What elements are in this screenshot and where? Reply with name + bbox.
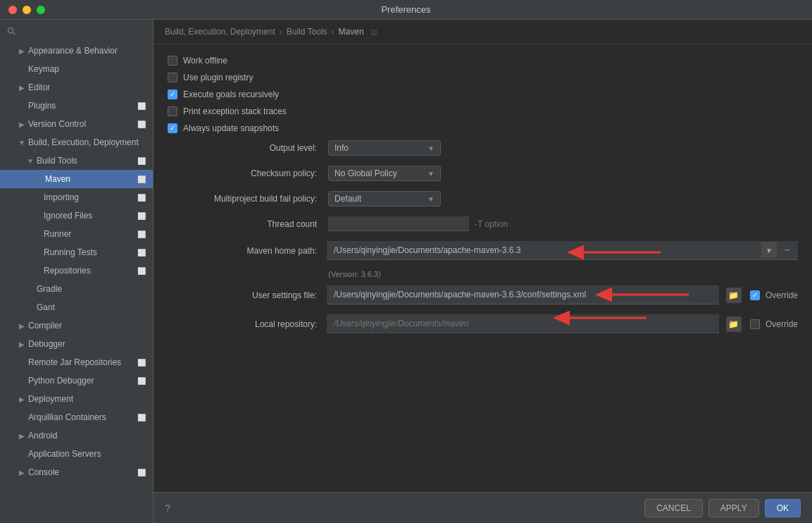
chevron-down-icon: ▼: [427, 170, 435, 178]
user-settings-row: User settings file: 📁 ✓ Override: [168, 285, 798, 304]
sidebar-item-python-debugger[interactable]: Python Debugger ⬜: [0, 371, 153, 390]
local-repo-row: Local repository: 📁 Override: [168, 314, 798, 333]
multiproject-build-row: Multiproject build fail policy: Default …: [168, 191, 798, 207]
thread-count-hint: -T option: [475, 219, 508, 229]
sidebar-item-label: Runner: [44, 228, 71, 240]
arrow-icon: ▶: [18, 322, 25, 329]
sidebar-item-running-tests[interactable]: Running Tests ⬜: [0, 243, 153, 262]
sidebar-item-label: Android: [28, 429, 57, 442]
sidebar-item-build-tools[interactable]: ▼ Build Tools ⬜: [0, 152, 153, 170]
execute-goals-checkbox[interactable]: [168, 90, 177, 99]
breadcrumb-sep1: ›: [280, 27, 282, 37]
local-repo-override-label: Override: [766, 319, 798, 329]
sidebar-item-label: Python Debugger: [28, 374, 94, 387]
sidebar-item-keymap[interactable]: Keymap: [0, 60, 153, 78]
sidebar-item-arquillian-containers[interactable]: Arquillian Containers ⬜: [0, 408, 153, 426]
sidebar-item-label: Keymap: [28, 63, 59, 75]
sidebar-item-console[interactable]: ▶ Console ⬜: [0, 463, 153, 481]
sidebar-item-version-control[interactable]: ▶ Version Control ⬜: [0, 115, 153, 133]
sidebar-item-application-servers[interactable]: Application Servers: [0, 445, 153, 463]
maven-home-minus-btn[interactable]: −: [780, 242, 795, 258]
sidebar-item-build-execution-deployment[interactable]: ▼ Build, Execution, Deployment: [0, 133, 153, 152]
sidebar-item-maven[interactable]: Maven ⬜: [0, 170, 153, 188]
arrow-icon: [18, 450, 25, 457]
sidebar-item-label: Debugger: [28, 338, 65, 350]
checksum-policy-dropdown[interactable]: No Global Policy ▼: [328, 166, 441, 181]
close-button[interactable]: [8, 6, 17, 14]
sidebar-item-label: Importing: [44, 191, 79, 204]
sidebar-item-importing[interactable]: Importing ⬜: [0, 188, 153, 207]
cancel-button[interactable]: CANCEL: [644, 499, 703, 517]
sidebar-item-label: Editor: [28, 81, 50, 94]
sidebar-item-appearance-behavior[interactable]: ▶ Appearance & Behavior: [0, 42, 153, 60]
sidebar-item-debugger[interactable]: ▶ Debugger: [0, 335, 153, 353]
sidebar-item-label: Version Control: [28, 118, 86, 130]
multiproject-build-dropdown[interactable]: Default ▼: [328, 191, 441, 207]
content-wrapper: Build, Execution, Deployment › Build Too…: [154, 20, 812, 523]
checkbox-always-update: Always update snapshots: [168, 123, 798, 133]
sidebar-item-label: Arquillian Containers: [28, 411, 106, 424]
arrow-icon: ▼: [18, 139, 25, 146]
chevron-down-icon: ▼: [427, 144, 435, 152]
output-level-value: Info: [335, 143, 349, 153]
thread-count-input[interactable]: [328, 216, 469, 231]
work-offline-checkbox[interactable]: [168, 56, 177, 66]
work-offline-label: Work offline: [183, 56, 227, 66]
svg-point-0: [8, 28, 13, 33]
maximize-button[interactable]: [37, 6, 45, 14]
sidebar-item-gant[interactable]: Gant: [0, 298, 153, 316]
local-repo-override-checkbox[interactable]: [750, 319, 760, 329]
arrow-icon: [27, 285, 34, 293]
checksum-policy-value: No Global Policy: [335, 168, 397, 178]
window-title: Preferences: [381, 4, 430, 15]
help-button[interactable]: ?: [165, 503, 170, 514]
user-settings-override-checkbox[interactable]: ✓: [750, 290, 760, 300]
apply-button[interactable]: APPLY: [708, 499, 759, 517]
plugin-icon: ⬜: [137, 266, 146, 276]
bottom-bar: ? CANCEL APPLY OK: [154, 492, 812, 523]
search-bar[interactable]: [0, 23, 153, 42]
maven-home-dropdown-btn[interactable]: ▼: [761, 242, 777, 258]
multiproject-build-value: Default: [335, 194, 361, 204]
thread-count-row: Thread count -T option: [168, 216, 798, 231]
plugin-icon: ⬜: [137, 119, 146, 130]
minimize-button[interactable]: [23, 6, 31, 14]
sidebar-item-runner[interactable]: Runner ⬜: [0, 225, 153, 243]
arrow-icon: [18, 414, 25, 421]
settings-panel: Work offline Use plugin registry Execute…: [154, 44, 812, 492]
breadcrumb-part2: Build Tools: [287, 27, 327, 37]
sidebar-item-label: Build Tools: [37, 154, 77, 167]
breadcrumb: Build, Execution, Deployment › Build Too…: [154, 20, 812, 44]
checksum-policy-label: Checksum policy:: [168, 168, 323, 178]
user-settings-label: User settings file:: [168, 290, 323, 300]
arrow-icon: [18, 377, 25, 384]
user-settings-input[interactable]: [330, 287, 716, 302]
print-exception-label: Print exception stack traces: [183, 106, 287, 116]
use-plugin-registry-checkbox[interactable]: [168, 73, 177, 82]
sidebar-item-plugins[interactable]: Plugins ⬜: [0, 97, 153, 115]
arrow-icon: ▶: [18, 121, 25, 128]
output-level-dropdown[interactable]: Info ▼: [328, 140, 441, 156]
sidebar-item-editor[interactable]: ▶ Editor: [0, 78, 153, 97]
sidebar-item-repositories[interactable]: Repositories ⬜: [0, 262, 153, 280]
sidebar-item-gradle[interactable]: Gradle: [0, 280, 153, 298]
sidebar-item-label: Gant: [37, 301, 55, 314]
user-settings-folder-btn[interactable]: 📁: [726, 288, 742, 303]
ok-button[interactable]: OK: [765, 499, 801, 517]
sidebar-item-remote-jar-repos[interactable]: Remote Jar Repositories ⬜: [0, 353, 153, 371]
sidebar-item-label: Appearance & Behavior: [28, 44, 118, 57]
local-repo-input[interactable]: [330, 316, 716, 331]
print-exception-checkbox[interactable]: [168, 106, 177, 116]
local-repo-folder-btn[interactable]: 📁: [726, 316, 742, 332]
maven-home-label: Maven home path:: [168, 246, 323, 256]
always-update-checkbox[interactable]: [168, 123, 177, 133]
sidebar-item-deployment[interactable]: ▶ Deployment: [0, 390, 153, 408]
sidebar-item-compiler[interactable]: ▶ Compiler: [0, 316, 153, 335]
arrow-icon: ▼: [27, 157, 34, 164]
sidebar-item-ignored-files[interactable]: Ignored Files ⬜: [0, 207, 153, 225]
sidebar-item-android[interactable]: ▶ Android: [0, 426, 153, 445]
checksum-policy-row: Checksum policy: No Global Policy ▼: [168, 166, 798, 181]
sidebar-item-label: Remote Jar Repositories: [28, 356, 121, 369]
maven-home-input[interactable]: [330, 242, 758, 258]
titlebar: Preferences: [0, 0, 812, 20]
